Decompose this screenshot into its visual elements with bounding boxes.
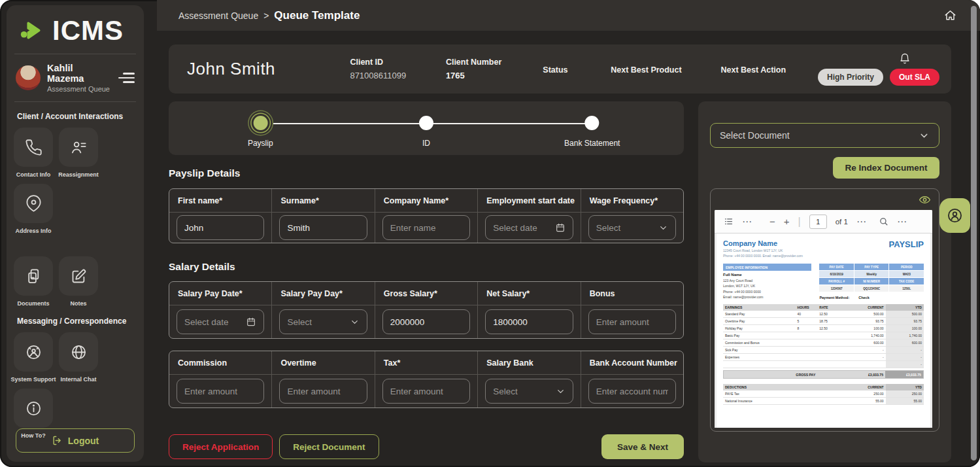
- overtime-input[interactable]: [279, 379, 367, 404]
- sidebar-item-contact-info[interactable]: Contact Info: [14, 128, 53, 178]
- reject-document-button[interactable]: Reject Document: [279, 434, 379, 459]
- step-dot: [419, 116, 433, 130]
- earnings-row: Expenses - -: [723, 354, 924, 361]
- app-title: ICMS: [52, 17, 124, 44]
- chevron-down-icon: [350, 317, 360, 327]
- menu-toggle-icon[interactable]: [118, 73, 135, 83]
- chevron-down-icon: [556, 387, 566, 396]
- zoom-in-icon[interactable]: +: [784, 216, 790, 226]
- sidebar-item-system-support[interactable]: System Support: [14, 332, 53, 383]
- vertical-scrollbar[interactable]: [971, 6, 977, 460]
- home-icon[interactable]: [944, 9, 956, 22]
- step-dot: [585, 116, 600, 130]
- search-icon[interactable]: [879, 216, 888, 226]
- document-panel: Select Document Re Index Document ⋯ − + …: [698, 101, 951, 462]
- breadcrumb-current: Queue Template: [274, 9, 360, 22]
- page-number-input[interactable]: [809, 215, 827, 229]
- reindex-document-button[interactable]: Re Index Document: [833, 157, 939, 179]
- sidebar-section-messaging: Messaging / Correspondence: [7, 307, 144, 332]
- salary-pay-date-picker[interactable]: Select date: [177, 309, 264, 334]
- info-icon: [25, 400, 42, 417]
- wage-frequency-select[interactable]: Select: [588, 215, 676, 240]
- sidebar-item-documents[interactable]: Documents: [14, 256, 53, 307]
- employment-start-date-picker[interactable]: Select date: [485, 215, 573, 240]
- logo: ICMS: [7, 5, 144, 54]
- salary-details-table-2: Commission Overtime Tax* Salary Bank Sel…: [169, 351, 684, 408]
- phone-icon: [25, 139, 42, 156]
- breadcrumb-separator: >: [263, 10, 269, 21]
- sidebar-item-reassignment[interactable]: Reassignment: [59, 128, 98, 178]
- client-name: John Smith: [187, 59, 350, 79]
- deductions-table: DEDUCTIONS CURRENT YTD PAYE Tax 250.00: [723, 384, 924, 405]
- salary-details-title: Salary Details: [169, 261, 235, 273]
- company-name-input[interactable]: [382, 215, 470, 240]
- breadcrumb-parent[interactable]: Assessment Queue: [178, 10, 258, 21]
- bank-account-number-input[interactable]: [588, 379, 676, 404]
- first-name-input[interactable]: [177, 215, 264, 240]
- more-options-icon[interactable]: ⋯: [897, 216, 907, 226]
- step-id[interactable]: ID: [419, 116, 433, 148]
- sidebar-item-internal-chat[interactable]: Internal Chat: [59, 332, 98, 383]
- earnings-row: Overtime Pay 5 18.75 93.75 93.75: [723, 318, 924, 325]
- pdf-toolbar: ⋯ − + | of 1 ⋯ ⋯: [715, 210, 932, 234]
- pdf-viewer: ⋯ − + | of 1 ⋯ ⋯ Com: [715, 210, 932, 428]
- save-next-button[interactable]: Save & Next: [601, 434, 684, 459]
- sidebar: ICMS Kahlil Mazema Assessment Queue Clie…: [7, 5, 144, 462]
- globe-icon: [70, 343, 88, 361]
- document-stepper: Payslip ID Bank Statement: [169, 101, 684, 155]
- sidebar-item-address-info[interactable]: Address Info: [14, 184, 53, 234]
- calendar-icon: [555, 222, 566, 233]
- sidebar-item-notes[interactable]: Notes: [59, 256, 98, 307]
- earnings-table: EARNINGS HOURS RATE CURRENT YTD Sta: [723, 304, 924, 379]
- client-id-value: 871008611099: [350, 71, 445, 80]
- more-options-icon[interactable]: ⋯: [856, 216, 866, 226]
- calendar-icon: [246, 317, 256, 327]
- step-bank-statement[interactable]: Bank Statement: [564, 116, 620, 148]
- bell-icon[interactable]: [899, 53, 911, 65]
- thumbnails-icon[interactable]: [724, 216, 734, 226]
- salary-bank-select[interactable]: Select: [485, 379, 573, 404]
- logout-icon: [52, 435, 63, 446]
- zoom-out-icon[interactable]: −: [769, 216, 775, 226]
- avatar: [16, 65, 41, 90]
- earnings-row: Holiday Pay 8 12.50 100.00 100.00: [723, 325, 924, 332]
- support-icon: [25, 343, 42, 361]
- logout-button[interactable]: Logout: [16, 428, 135, 453]
- user-role: Assessment Queue: [47, 85, 111, 93]
- deduction-row: PAYE Tax 250.00 250.00: [723, 390, 924, 398]
- surname-input[interactable]: [279, 215, 367, 240]
- user-profile-tab[interactable]: [939, 198, 970, 233]
- next-best-product-label: Next Best Product: [611, 65, 681, 75]
- page-count-label: of 1: [836, 218, 848, 226]
- payslip-details-title: Payslip Details: [169, 167, 240, 179]
- earnings-row: Sick Pay - -: [723, 347, 924, 354]
- earnings-row: Standard Pay 40 12.50 500.00 500.00: [723, 311, 924, 318]
- step-payslip[interactable]: Payslip: [248, 116, 273, 148]
- icms-logo-icon: [18, 16, 48, 46]
- pdf-page-area: Company Name 12345 Court Road, London W1…: [715, 234, 932, 428]
- select-document-dropdown[interactable]: Select Document: [710, 123, 939, 148]
- reject-application-button[interactable]: Reject Application: [169, 434, 273, 459]
- user-profile: Kahlil Mazema Assessment Queue: [7, 54, 144, 101]
- client-summary-bar: John Smith Client ID 871008611099 Client…: [169, 44, 951, 94]
- pay-info-grid: PAY DATE PAY TYPE PERIOD 6/10/2019 Weekl…: [819, 264, 924, 292]
- location-pin-icon: [25, 195, 42, 213]
- chevron-down-icon: [658, 223, 668, 233]
- tax-input[interactable]: [382, 379, 470, 404]
- user-name: Kahlil Mazema: [47, 63, 111, 84]
- net-salary-input[interactable]: [485, 309, 573, 334]
- top-header: Assessment Queue > Queue Template: [157, 0, 980, 31]
- commission-input[interactable]: [177, 379, 264, 404]
- eye-icon[interactable]: [919, 194, 931, 206]
- earnings-row: -: [723, 361, 924, 368]
- status-label: Status: [543, 65, 567, 75]
- more-options-icon[interactable]: ⋯: [742, 216, 752, 226]
- earnings-row: Basic Pay 1,740.00 1,740.00: [723, 332, 924, 339]
- doc-title: PAYSLIP: [889, 239, 924, 249]
- salary-pay-day-select[interactable]: Select: [279, 309, 367, 334]
- gross-salary-input[interactable]: [382, 309, 470, 334]
- bonus-input[interactable]: [588, 309, 676, 334]
- client-id-label: Client ID: [350, 58, 445, 67]
- client-number-value: 1765: [446, 71, 543, 80]
- chevron-down-icon: [919, 130, 930, 141]
